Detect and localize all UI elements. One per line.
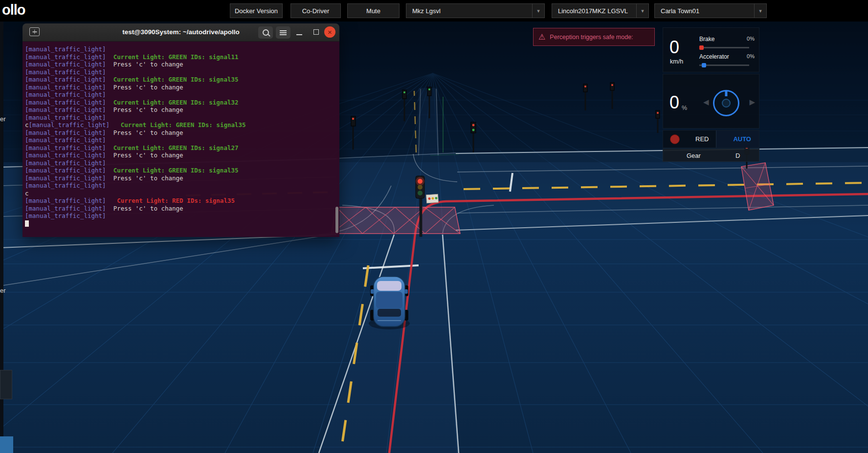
log-message: Current Light: GREEN IDs: signal35 <box>106 167 239 174</box>
log-message: Press 'c' to change <box>106 61 183 68</box>
chevron-down-icon: ▾ <box>636 4 648 18</box>
terminal-titlebar[interactable]: test@3090System: ~/autodrive/apollo × <box>22 23 339 42</box>
log-message: Current Light: GREEN IDs: signal32 <box>106 99 239 106</box>
log-node-prefix: [manual_traffic_light] <box>25 45 106 53</box>
terminal-menu-button[interactable] <box>276 26 290 39</box>
log-message: Current Light: GREEN IDs: signal35 <box>106 76 239 83</box>
steering-value: 0 <box>669 94 679 111</box>
steering-section: 0 % ◀ ▶ <box>663 74 759 129</box>
speed-pedals-section: 0 km/h Brake 0% Accelerator 0% <box>663 27 759 72</box>
speed-value: 0 <box>669 39 679 56</box>
traffic-signal-red-icon <box>670 134 680 144</box>
log-node-prefix: [manual_traffic_light] <box>25 144 106 151</box>
terminal-line: [manual_traffic_light] Press 'c' to chan… <box>25 61 336 68</box>
brake-slider <box>699 47 749 48</box>
log-node-prefix: [manual_traffic_light] <box>25 129 106 136</box>
top-menu-bar: ollo Docker Version Co-Driver Mute Mkz L… <box>0 0 868 22</box>
terminal-line: [manual_traffic_light] <box>25 114 336 122</box>
new-tab-icon[interactable] <box>29 27 40 36</box>
log-node-prefix: [manual_traffic_light] <box>25 159 106 167</box>
left-panel-button-fragment[interactable] <box>0 436 13 453</box>
terminal-line: [manual_traffic_light] Current Light: GR… <box>25 99 336 107</box>
terminal-line: [manual_traffic_light] Press 'c' to chan… <box>25 174 336 182</box>
signal-mode-section: RED AUTO <box>663 130 759 148</box>
brake-percentage: 0% <box>747 36 755 42</box>
log-message: Current Light: GREEN IDs: signal11 <box>106 53 239 61</box>
log-node-prefix: [manual_traffic_light] <box>25 76 106 83</box>
perception-warning-banner: ⚠ Perception triggers safe mode: <box>533 28 655 46</box>
terminal-scrollbar[interactable] <box>335 207 338 233</box>
setup-mode-dropdown[interactable]: Mkz Lgsvl ▾ <box>406 3 545 18</box>
terminal-line: [manual_traffic_light] <box>25 91 336 99</box>
log-node-prefix: [manual_traffic_light] <box>25 84 106 91</box>
terminal-line: [manual_traffic_light] <box>25 159 336 167</box>
terminal-search-button[interactable] <box>258 26 273 39</box>
terminal-line: [manual_traffic_light] <box>25 45 336 53</box>
vehicle-dashboard: 0 km/h Brake 0% Accelerator 0% 0 % ◀ ▶ R… <box>663 27 759 163</box>
steering-wheel-icon <box>713 90 739 116</box>
brake-label: Brake <box>699 36 714 43</box>
terminal-line: [manual_traffic_light] Current Light: GR… <box>25 144 336 152</box>
terminal-line: [manual_traffic_light] <box>25 182 336 190</box>
map-dropdown[interactable]: Carla Town01 ▾ <box>654 3 767 18</box>
terminal-title: test@3090System: ~/autodrive/apollo <box>22 28 339 36</box>
steering-unit: % <box>682 105 687 111</box>
log-node-prefix: [manual_traffic_light] <box>25 61 106 68</box>
log-message: Press 'c' to change <box>106 205 183 212</box>
log-node-prefix: [manual_traffic_light] <box>25 212 106 219</box>
vehicle-value: Lincoln2017MKZ LGSVL <box>558 7 628 15</box>
log-node-prefix: [manual_traffic_light] <box>25 99 106 106</box>
chevron-down-icon: ▾ <box>754 4 766 18</box>
log-node-prefix: [manual_traffic_light] <box>25 91 106 98</box>
accelerator-slider <box>699 65 749 66</box>
terminal-line: [manual_traffic_light] <box>25 136 336 144</box>
mute-button[interactable]: Mute <box>347 3 400 18</box>
steer-left-arrow-icon: ◀ <box>703 98 709 107</box>
log-node-prefix: [manual_traffic_light] <box>25 53 106 61</box>
log-message: Current Light: GREEN IDs: signal27 <box>106 144 239 151</box>
co-driver-button[interactable]: Co-Driver <box>290 3 341 18</box>
accelerator-percentage: 0% <box>747 53 755 59</box>
left-panel-widget-fragment[interactable] <box>0 370 12 399</box>
terminal-line: [manual_traffic_light] Current Light: GR… <box>25 167 336 174</box>
log-message: Press 'c' to change <box>106 84 183 91</box>
terminal-line: c[manual_traffic_light] Current Light: G… <box>25 121 336 129</box>
accelerator-label: Accelerator <box>699 53 729 60</box>
vehicle-dropdown[interactable]: Lincoln2017MKZ LGSVL ▾ <box>552 3 649 18</box>
setup-mode-value: Mkz Lgsvl <box>412 7 441 15</box>
minimize-button[interactable] <box>296 34 302 35</box>
close-button[interactable]: × <box>324 26 335 38</box>
map-value: Carla Town01 <box>661 7 699 15</box>
log-node-prefix: [manual_traffic_light] <box>29 121 110 129</box>
terminal-input-char: c <box>25 121 29 129</box>
maximize-button[interactable] <box>313 29 319 35</box>
speed-unit: km/h <box>670 58 683 65</box>
log-message: Press 'c' to change <box>106 106 183 113</box>
log-message: Press 'c' to change <box>106 129 183 136</box>
log-node-prefix: [manual_traffic_light] <box>25 182 106 189</box>
steer-right-arrow-icon: ▶ <box>749 98 755 107</box>
terminal-line: c <box>25 190 336 197</box>
search-icon <box>263 29 269 36</box>
gear-label: Gear <box>687 152 701 159</box>
log-node-prefix: [manual_traffic_light] <box>25 197 106 204</box>
terminal-line: [manual_traffic_light] Current Light: RE… <box>25 197 336 205</box>
terminal-line: [manual_traffic_light] <box>25 68 336 76</box>
log-node-prefix: [manual_traffic_light] <box>25 205 106 212</box>
terminal-line <box>25 220 336 228</box>
terminal-window[interactable]: test@3090System: ~/autodrive/apollo × [m… <box>22 23 339 237</box>
docker-version-button[interactable]: Docker Version <box>230 3 283 18</box>
log-message: Press 'c' to change <box>106 174 183 182</box>
terminal-output[interactable]: [manual_traffic_light] [manual_traffic_l… <box>22 42 339 237</box>
terminal-line: [manual_traffic_light] Current Light: GR… <box>25 53 336 61</box>
terminal-line: [manual_traffic_light] Press 'c' to chan… <box>25 106 336 114</box>
accelerator-slider-marker <box>702 63 706 67</box>
left-panel-label-fragment: er <box>0 287 6 294</box>
log-message: Current Light: RED IDs: signal35 <box>106 197 235 204</box>
terminal-line: [manual_traffic_light] Press 'c' to chan… <box>25 205 336 213</box>
warning-triangle-icon: ⚠ <box>538 33 545 41</box>
log-message: Current Light: GREEN IDs: signal35 <box>110 121 245 129</box>
left-panel-label-fragment: er <box>0 115 6 123</box>
co-driver-label: Co-Driver <box>302 7 330 15</box>
terminal-line: [manual_traffic_light] Press 'c' to chan… <box>25 129 336 137</box>
